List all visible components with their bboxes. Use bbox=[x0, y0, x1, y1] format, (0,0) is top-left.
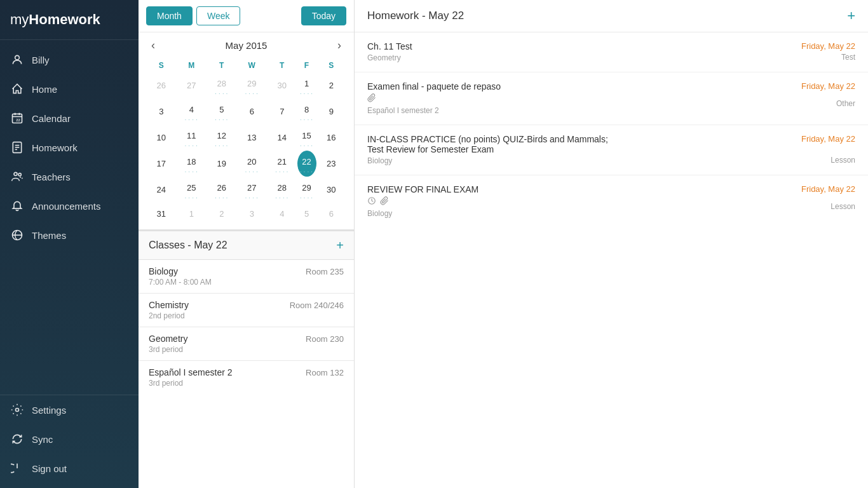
month-nav: ‹ May 2015 › bbox=[146, 37, 346, 53]
calendar-day[interactable]: 20· · · · bbox=[237, 151, 268, 177]
calendar-day[interactable]: 6 bbox=[316, 203, 347, 224]
class-room: Room 240/246 bbox=[290, 301, 344, 310]
calendar-day[interactable]: 10 bbox=[146, 125, 177, 151]
sidebar-item-calendar[interactable]: 22 Calendar bbox=[0, 104, 139, 133]
hw-name: REVIEW FOR FINAL EXAM bbox=[367, 184, 478, 194]
calendar-day[interactable]: 30 bbox=[316, 177, 347, 203]
day-dots: · · · · bbox=[178, 170, 206, 174]
calendar-day[interactable]: 26· · · · bbox=[207, 177, 237, 203]
calendar-day[interactable]: 12· · · · bbox=[207, 125, 237, 151]
calendar-day[interactable]: 4· · · · bbox=[177, 98, 207, 125]
class-name: Geometry bbox=[149, 334, 187, 344]
week-button[interactable]: Week bbox=[196, 6, 241, 25]
weekday-header: F bbox=[297, 58, 316, 72]
day-dots: · · · · bbox=[178, 144, 206, 148]
class-item[interactable]: Español I semester 2 Room 132 3rd period bbox=[139, 361, 354, 394]
calendar-day[interactable]: 1 bbox=[177, 203, 207, 224]
hw-name: Ch. 11 Test bbox=[367, 41, 412, 51]
today-button[interactable]: Today bbox=[301, 6, 346, 25]
weekday-header: M bbox=[177, 58, 207, 72]
class-item[interactable]: Biology Room 235 7:00 AM - 8:00 AM bbox=[139, 260, 354, 294]
svg-point-10 bbox=[14, 172, 17, 175]
hw-date: Friday, May 22 bbox=[801, 184, 855, 194]
calendar-day[interactable]: 1· · · · bbox=[297, 72, 316, 98]
calendar-day[interactable]: 2 bbox=[316, 72, 347, 98]
class-item[interactable]: Chemistry Room 240/246 2nd period bbox=[139, 294, 354, 327]
calendar-day[interactable]: 27· · · · bbox=[237, 177, 268, 203]
day-number: 26 bbox=[153, 78, 170, 94]
calendar-day[interactable]: 18· · · · bbox=[177, 151, 207, 177]
day-number: 9 bbox=[323, 104, 339, 120]
calendar-day[interactable]: 23 bbox=[316, 151, 347, 177]
hw-type: Lesson bbox=[831, 156, 855, 165]
calendar-day[interactable]: 29· · · · bbox=[297, 177, 316, 203]
day-number: 8 bbox=[299, 101, 315, 118]
day-number: 12 bbox=[214, 127, 230, 144]
sidebar-item-announcements[interactable]: Announcements bbox=[0, 191, 139, 220]
calendar-day[interactable]: 27 bbox=[177, 72, 207, 98]
calendar-day[interactable]: 14 bbox=[267, 125, 297, 151]
calendar-day[interactable]: 11· · · · bbox=[177, 125, 207, 151]
homework-item[interactable]: REVIEW FOR FINAL EXAM Friday, May 22 Bio… bbox=[355, 175, 868, 227]
sidebar-item-signout[interactable]: Sign out bbox=[0, 454, 139, 483]
bell-icon bbox=[10, 199, 24, 213]
calendar-day[interactable]: 8· · · · bbox=[297, 98, 316, 125]
day-number: 24 bbox=[153, 182, 170, 198]
calendar-day[interactable]: 28· · · · bbox=[267, 177, 297, 203]
day-dots: · · · · bbox=[178, 118, 206, 122]
sidebar-item-homework[interactable]: Homework bbox=[0, 133, 139, 162]
calendar-day[interactable]: 15· · · · bbox=[297, 125, 316, 151]
calendar-day[interactable]: 9 bbox=[316, 98, 347, 125]
logo-my: my bbox=[10, 11, 29, 27]
calendar-day[interactable]: 17 bbox=[146, 151, 177, 177]
day-dots: · · · · bbox=[299, 118, 315, 122]
calendar-day[interactable]: 7 bbox=[267, 98, 297, 125]
day-number: 3 bbox=[153, 104, 170, 120]
day-number: 17 bbox=[153, 156, 170, 172]
sidebar-item-user[interactable]: Billy bbox=[0, 45, 139, 74]
add-homework-button[interactable]: + bbox=[847, 8, 855, 24]
calendar-day[interactable]: 3 bbox=[237, 203, 268, 224]
calendar-day[interactable]: 3 bbox=[146, 98, 177, 125]
calendar-day[interactable]: 6 bbox=[237, 98, 268, 125]
day-dots: · · · · bbox=[238, 92, 266, 96]
homework-item[interactable]: Ch. 11 Test Friday, May 22 Geometry Test bbox=[355, 32, 868, 72]
day-number: 18 bbox=[183, 153, 200, 170]
sidebar-item-settings[interactable]: Settings bbox=[0, 395, 139, 424]
sidebar-item-themes[interactable]: Themes bbox=[0, 220, 139, 250]
class-item[interactable]: Geometry Room 230 3rd period bbox=[139, 327, 354, 361]
hw-row2: Biology Lesson bbox=[367, 194, 855, 219]
day-number: 1 bbox=[299, 75, 315, 92]
month-button[interactable]: Month bbox=[146, 6, 193, 25]
calendar-day[interactable]: 5 bbox=[297, 203, 316, 224]
next-month-button[interactable]: › bbox=[332, 37, 346, 53]
class-detail: 3rd period bbox=[149, 345, 344, 354]
calendar-day[interactable]: 24 bbox=[146, 177, 177, 203]
calendar-day[interactable]: 13 bbox=[237, 125, 268, 151]
calendar-panel: Month Week Today ‹ May 2015 › SMTWTFS 26… bbox=[139, 0, 355, 488]
calendar-day[interactable]: 4 bbox=[267, 203, 297, 224]
weekday-header: T bbox=[267, 58, 297, 72]
calendar-day[interactable]: 26 bbox=[146, 72, 177, 98]
calendar-day[interactable]: 29· · · · bbox=[237, 72, 268, 98]
calendar-day[interactable]: 30 bbox=[267, 72, 297, 98]
day-number: 2 bbox=[323, 78, 339, 94]
homework-item[interactable]: IN-CLASS PRACTICE (no points) QUIZ-Birds… bbox=[355, 125, 868, 175]
sidebar-item-teachers[interactable]: Teachers bbox=[0, 162, 139, 191]
calendar-icon: 22 bbox=[10, 111, 24, 125]
homework-item[interactable]: Examen final - paquete de repaso Friday,… bbox=[355, 72, 868, 125]
add-class-button[interactable]: + bbox=[336, 239, 344, 252]
calendar-day[interactable]: 21· · · · bbox=[267, 151, 297, 177]
calendar-day[interactable]: 31 bbox=[146, 203, 177, 224]
calendar-day[interactable]: 16 bbox=[316, 125, 347, 151]
prev-month-button[interactable]: ‹ bbox=[146, 37, 160, 53]
sidebar-item-sync[interactable]: Sync bbox=[0, 424, 139, 454]
calendar-day[interactable]: 2 bbox=[207, 203, 237, 224]
calendar-day[interactable]: 25· · · · bbox=[177, 177, 207, 203]
svg-point-14 bbox=[16, 409, 19, 412]
calendar-day[interactable]: 5· · · · bbox=[207, 98, 237, 125]
calendar-day[interactable]: 19 bbox=[207, 151, 237, 177]
sidebar-item-home[interactable]: Home bbox=[0, 74, 139, 104]
calendar-day[interactable]: 22· · · · bbox=[297, 151, 316, 177]
calendar-day[interactable]: 28· · · · bbox=[207, 72, 237, 98]
